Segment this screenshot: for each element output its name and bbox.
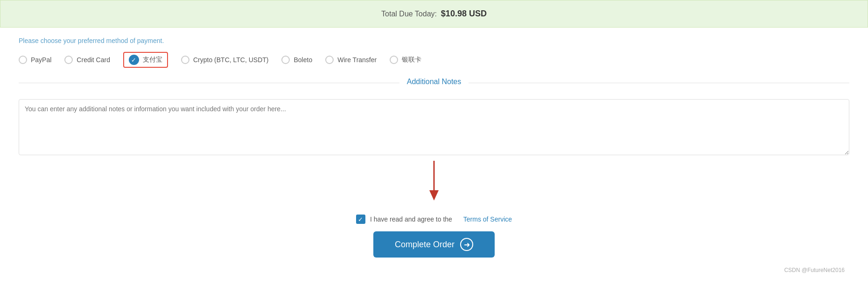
radio-paypal — [19, 56, 27, 64]
notes-textarea[interactable] — [19, 99, 849, 155]
credit-card-label: Credit Card — [77, 56, 110, 64]
alipay-checkmark: ✓ — [129, 55, 139, 65]
radio-credit-card — [64, 56, 73, 64]
red-arrow-annotation — [397, 158, 471, 205]
complete-order-arrow-icon: ➜ — [460, 238, 473, 251]
alipay-label: 支付宝 — [143, 56, 162, 64]
wire-transfer-label: Wire Transfer — [337, 56, 377, 64]
paypal-label: PayPal — [31, 56, 51, 64]
terms-link[interactable]: Terms of Service — [463, 215, 512, 223]
payment-option-crypto[interactable]: Crypto (BTC, LTC, USDT) — [181, 56, 269, 64]
crypto-label: Crypto (BTC, LTC, USDT) — [193, 56, 269, 64]
additional-notes-title: Additional Notes — [399, 78, 469, 86]
payment-methods: PayPal Credit Card ✓ 支付宝 Crypto (BTC, LT… — [19, 52, 849, 73]
radio-unionpay — [390, 56, 398, 64]
radio-boleto — [281, 56, 290, 64]
total-amount: $10.98 USD — [441, 9, 487, 18]
payment-option-boleto[interactable]: Boleto — [281, 56, 312, 64]
payment-option-unionpay[interactable]: 银联卡 — [390, 56, 421, 64]
terms-row: ✓ I have read and agree to the Terms of … — [19, 215, 849, 224]
additional-notes-section: Additional Notes — [19, 83, 849, 92]
unionpay-label: 银联卡 — [402, 56, 421, 64]
radio-crypto — [181, 56, 189, 64]
payment-option-wire-transfer[interactable]: Wire Transfer — [325, 56, 377, 64]
svg-marker-1 — [429, 190, 439, 201]
complete-order-button[interactable]: Complete Order ➜ — [373, 231, 495, 258]
terms-checkbox[interactable]: ✓ — [356, 215, 365, 224]
total-banner: Total Due Today: $10.98 USD — [0, 0, 868, 28]
payment-option-paypal[interactable]: PayPal — [19, 56, 51, 64]
total-label: Total Due Today: — [381, 10, 437, 18]
complete-order-label: Complete Order — [395, 240, 455, 250]
terms-text: I have read and agree to the — [370, 215, 452, 223]
payment-option-credit-card[interactable]: Credit Card — [64, 56, 110, 64]
payment-option-alipay[interactable]: ✓ 支付宝 — [123, 52, 168, 68]
footer-credit: CSDN @FutureNet2016 — [19, 267, 849, 273]
boleto-label: Boleto — [294, 56, 312, 64]
radio-wire-transfer — [325, 56, 334, 64]
payment-prompt: Please choose your preferred method of p… — [19, 37, 849, 44]
